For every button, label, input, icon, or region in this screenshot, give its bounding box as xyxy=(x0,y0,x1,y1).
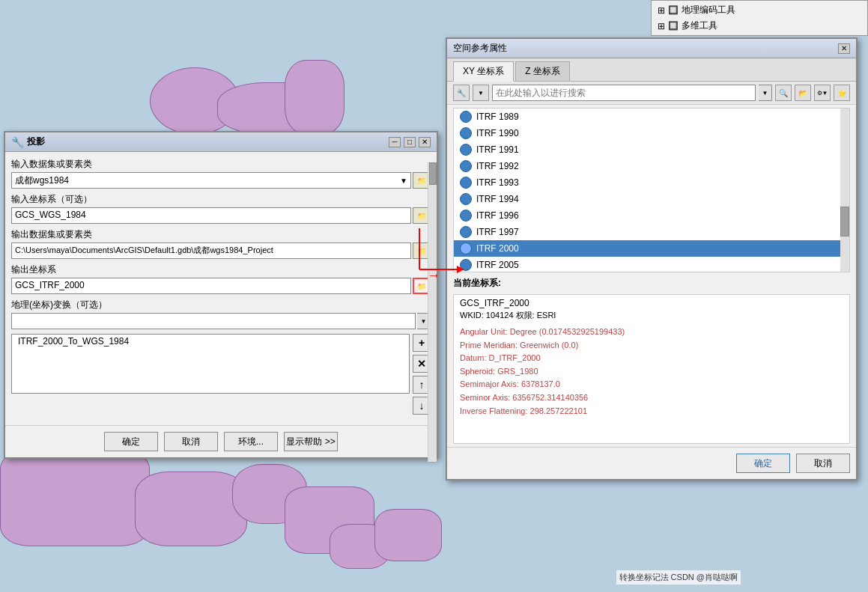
transform-select[interactable] xyxy=(11,313,416,329)
projection-env-button[interactable]: 环境... xyxy=(224,432,278,451)
spatial-ref-title: 空间参考属性 xyxy=(453,42,507,55)
coord-detail-line-6: Inverse Flattening: 298.257222101 xyxy=(460,405,843,418)
output-coordsys-row: GCS_ITRF_2000 📁 xyxy=(11,278,431,294)
map-region-3 xyxy=(285,60,345,135)
spatial-dialog-controls: ✕ xyxy=(838,43,850,54)
toolbar-geocode[interactable]: ⊞ 🔲 地理编码工具 xyxy=(655,2,864,18)
coord-detail-line-3: Spheroid: GRS_1980 xyxy=(460,365,843,379)
coord-item-label-3: ITRF 1992 xyxy=(476,161,519,171)
dialog-scrollbar[interactable] xyxy=(428,162,437,462)
coord-item-label-5: ITRF 1994 xyxy=(476,194,519,204)
coord-globe-icon-1 xyxy=(460,127,472,139)
output-dataset-value[interactable]: C:\Users\maya\Documents\ArcGIS\Default1.… xyxy=(11,242,411,259)
coord-detail-line-1: Prime Meridian: Greenwich (0.0) xyxy=(460,339,843,353)
current-coord-name: GCS_ITRF_2000 xyxy=(460,298,843,308)
browse-button[interactable]: 📂 xyxy=(795,85,811,101)
spatial-confirm-button[interactable]: 确定 xyxy=(736,454,790,473)
input-dataset-value: 成都wgs1984 ▼ xyxy=(11,172,411,189)
tab-z[interactable]: Z 坐标系 xyxy=(515,61,570,81)
coord-item-label-1: ITRF 1990 xyxy=(476,128,519,138)
projection-title: 🔧 投影 xyxy=(11,135,45,148)
search-dropdown-arrow[interactable]: ▼ xyxy=(759,85,772,101)
coord-globe-icon-5 xyxy=(460,193,472,205)
minimize-button[interactable]: ─ xyxy=(389,137,401,147)
coord-details: Angular Unit: Degree (0.0174532925199433… xyxy=(460,326,843,418)
coord-globe-icon-6 xyxy=(460,210,472,222)
transform-select-row: ▼ xyxy=(11,313,431,329)
credit-text: 转换坐标记法 CSDN @肖哒哒啊 xyxy=(616,570,741,585)
spatial-tab-bar: XY 坐标系 Z 坐标系 xyxy=(447,58,856,82)
spatial-toolbar: 🔧 ▼ ▼ 🔍 📂 ⚙▼ ⭐ xyxy=(447,82,856,105)
top-toolbar: ⊞ 🔲 地理编码工具 ⊞ 🔲 多维工具 xyxy=(651,0,868,36)
input-coordsys-label: 输入坐标系（可选） xyxy=(11,193,431,206)
spatial-cancel-button[interactable]: 取消 xyxy=(796,454,850,473)
coord-item-label-4: ITRF 1993 xyxy=(476,177,519,188)
coord-detail-line-2: Datum: D_ITRF_2000 xyxy=(460,352,843,365)
connecting-arrow-svg xyxy=(416,225,468,284)
spatial-ref-titlebar[interactable]: 空间参考属性 ✕ xyxy=(447,39,856,58)
projection-dialog: 🔧 投影 ─ □ ✕ 输入数据集或要素类 成都wgs1984 ▼ 📁 输入坐标系… xyxy=(4,131,438,459)
output-coordsys-value[interactable]: GCS_ITRF_2000 xyxy=(11,278,411,294)
input-dataset-label: 输入数据集或要素类 xyxy=(11,158,431,171)
maximize-button[interactable]: □ xyxy=(404,137,416,147)
coord-item-label-6: ITRF 1996 xyxy=(476,210,519,221)
map-region-5 xyxy=(135,472,247,546)
transform-list-item[interactable]: ITRF_2000_To_WGS_1984 xyxy=(12,335,409,348)
coord-item-8[interactable]: ITRF 2000 xyxy=(454,240,849,257)
search-button[interactable]: 🔍 xyxy=(775,85,792,101)
dropdown-indicator: ▼ xyxy=(400,177,407,185)
coord-item-1[interactable]: ITRF 1990 xyxy=(454,125,849,141)
svg-marker-2 xyxy=(457,266,464,273)
search-input[interactable] xyxy=(492,85,756,101)
coord-scrollbar-thumb[interactable] xyxy=(840,207,849,237)
output-dataset-row: C:\Users\maya\Documents\ArcGIS\Default1.… xyxy=(11,242,431,259)
output-coordsys-label: 输出坐标系 xyxy=(11,263,431,276)
spatial-close-button[interactable]: ✕ xyxy=(838,43,850,54)
coord-item-label-9: ITRF 2005 xyxy=(476,260,519,270)
transform-list: ITRF_2000_To_WGS_1984 xyxy=(11,334,410,415)
input-coordsys-row: GCS_WGS_1984 📁 xyxy=(11,207,431,224)
toolbar-multidim[interactable]: ⊞ 🔲 多维工具 xyxy=(655,18,864,34)
coord-item-label-8: ITRF 2000 xyxy=(476,243,519,254)
scrollbar-thumb xyxy=(429,162,437,185)
coord-item-5[interactable]: ITRF 1994 xyxy=(454,191,849,207)
projection-titlebar[interactable]: 🔧 投影 ─ □ ✕ xyxy=(5,132,437,152)
tab-xy[interactable]: XY 坐标系 xyxy=(453,61,514,82)
input-coordsys-value: GCS_WGS_1984 xyxy=(11,207,411,224)
output-dataset-label: 输出数据集或要素类 xyxy=(11,228,431,241)
projection-cancel-button[interactable]: 取消 xyxy=(164,432,218,451)
filter-dropdown-button[interactable]: ▼ xyxy=(473,85,489,101)
coord-item-3[interactable]: ITRF 1992 xyxy=(454,158,849,174)
coord-detail-line-4: Semimajor Axis: 6378137.0 xyxy=(460,378,843,391)
projection-icon: 🔧 xyxy=(11,136,24,148)
spatial-ref-dialog: 空间参考属性 ✕ XY 坐标系 Z 坐标系 🔧 ▼ ▼ 🔍 📂 ⚙▼ ⭐ ITR… xyxy=(446,37,858,480)
coord-list-scrollbar[interactable] xyxy=(840,109,849,272)
projection-help-button[interactable]: 显示帮助 >> xyxy=(284,432,338,451)
projection-confirm-button[interactable]: 确定 xyxy=(104,432,158,451)
coord-item-6[interactable]: ITRF 1996 xyxy=(454,207,849,224)
coord-item-label-7: ITRF 1997 xyxy=(476,227,519,237)
coord-globe-icon-2 xyxy=(460,144,472,156)
filter-button[interactable]: 🔧 xyxy=(453,85,470,101)
coord-item-0[interactable]: ITRF 1989 xyxy=(454,109,849,125)
coord-item-2[interactable]: ITRF 1991 xyxy=(454,141,849,158)
projection-dialog-controls: ─ □ ✕ xyxy=(389,137,431,147)
coord-item-4[interactable]: ITRF 1993 xyxy=(454,174,849,191)
current-coord-wkid: WKID: 104124 权限: ESRI xyxy=(460,310,843,321)
options-button[interactable]: ⚙▼ xyxy=(814,85,831,101)
close-button[interactable]: ✕ xyxy=(419,137,431,147)
coord-globe-icon-4 xyxy=(460,177,472,189)
coord-list-area[interactable]: ITRF 1989ITRF 1990ITRF 1991ITRF 1992ITRF… xyxy=(453,108,850,272)
coord-globe-icon-0 xyxy=(460,111,472,123)
coord-globe-icon-3 xyxy=(460,160,472,172)
favorites-button[interactable]: ⭐ xyxy=(834,85,850,101)
coord-item-7[interactable]: ITRF 1997 xyxy=(454,224,849,240)
map-region-9 xyxy=(374,509,442,561)
current-coord-panel: GCS_ITRF_2000 WKID: 104124 权限: ESRI Angu… xyxy=(453,294,850,444)
coord-item-label-0: ITRF 1989 xyxy=(476,112,519,122)
coord-list: ITRF 1989ITRF 1990ITRF 1991ITRF 1992ITRF… xyxy=(454,109,849,272)
coord-item-label-2: ITRF 1991 xyxy=(476,144,519,155)
transform-scrollable-list[interactable]: ITRF_2000_To_WGS_1984 xyxy=(11,334,410,394)
coord-detail-line-5: Seminor Axis: 6356752.314140356 xyxy=(460,391,843,405)
coord-item-9[interactable]: ITRF 2005 xyxy=(454,257,849,272)
